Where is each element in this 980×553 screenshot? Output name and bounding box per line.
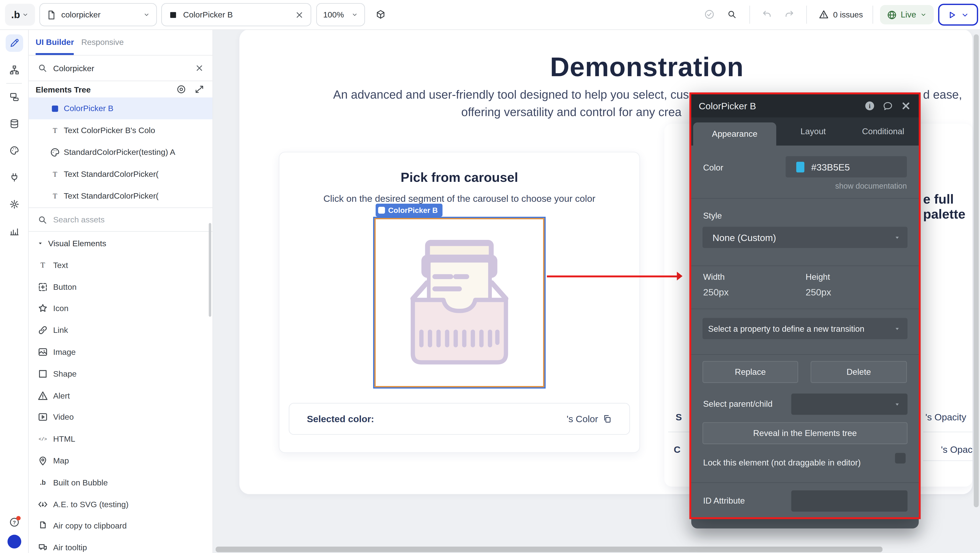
copy-icon[interactable] (603, 414, 612, 424)
palette-element-item[interactable]: Video (28, 406, 213, 428)
archive-illustration (398, 238, 520, 367)
expand-icon[interactable] (194, 84, 204, 94)
tree-item[interactable]: T Text ColorPicker B's Colo (28, 119, 213, 141)
comment-icon[interactable] (883, 101, 893, 111)
rail-item[interactable] (0, 218, 28, 244)
canvas-subtitle-line1[interactable]: An advanced and user-friendly tool desig… (333, 88, 689, 102)
globe-icon (887, 10, 897, 20)
palette-element-item[interactable]: Map (28, 450, 213, 472)
vertical-scrollbar[interactable] (974, 35, 978, 507)
rail-bottom: ? (0, 517, 28, 548)
tab-responsive[interactable]: Responsive (81, 29, 124, 55)
tree-item[interactable]: T Text StandardColorPicker( (28, 185, 213, 207)
issues-warning-icon[interactable] (819, 9, 829, 19)
page-selector[interactable]: colorpicker (40, 3, 157, 26)
palette-element-item[interactable]: Image (28, 341, 213, 363)
bubble-logo-menu[interactable]: .b (5, 4, 35, 25)
carousel-card-subtitle[interactable]: Click on the desired segment of the caro… (280, 193, 640, 203)
tab-layout[interactable]: Layout (785, 118, 841, 146)
issues-count[interactable]: 0 issues (833, 10, 863, 19)
tab-conditional[interactable]: Conditional (849, 118, 917, 146)
palette-element-item[interactable]: Air tooltip (28, 537, 213, 553)
palette-element-item[interactable]: Icon (28, 298, 213, 319)
parent-child-dropdown[interactable] (791, 394, 907, 415)
zoom-selector[interactable]: 100% (316, 3, 365, 26)
color-swatch[interactable] (796, 161, 804, 172)
component-cube-icon[interactable] (375, 9, 386, 19)
show-documentation-link[interactable]: show documentation (835, 182, 907, 191)
palette-element-item[interactable]: .b Built on Bubble (28, 472, 213, 493)
lock-checkbox[interactable] (895, 453, 905, 464)
rail-item[interactable] (0, 29, 28, 56)
rail-item[interactable] (0, 56, 28, 83)
chart-icon (5, 222, 23, 240)
palette-element-item[interactable]: Alert (28, 385, 213, 407)
deploy-check-icon[interactable] (705, 9, 714, 19)
tree-item[interactable]: StandardColorPicker(testing) A (28, 141, 213, 163)
assets-search-placeholder: Search assets (53, 215, 105, 224)
rail-item[interactable] (0, 83, 28, 110)
database-icon (5, 115, 23, 132)
assets-search[interactable]: Search assets (28, 207, 213, 232)
preview-run-button[interactable] (938, 4, 978, 25)
visual-elements-section[interactable]: Visual Elements (28, 232, 213, 254)
delete-button[interactable]: Delete (811, 361, 907, 383)
rail-item[interactable] (0, 164, 28, 191)
rail-item[interactable] (0, 137, 28, 164)
replace-button[interactable]: Replace (703, 361, 798, 383)
tab-appearance[interactable]: Appearance (693, 122, 776, 146)
sitemap-icon (5, 61, 23, 78)
gear-icon (5, 195, 23, 213)
caret-down-icon (37, 240, 44, 246)
palette-element-item[interactable]: Button (28, 276, 213, 298)
color-input[interactable]: #33B5E5 (786, 156, 907, 178)
redo-icon[interactable] (784, 9, 794, 19)
colorpicker-element[interactable] (374, 218, 544, 388)
palette-element-item[interactable]: Shape (28, 363, 213, 385)
star-icon (37, 304, 48, 314)
tree-item[interactable]: T Text StandardColorPicker( (28, 163, 213, 185)
inspector-header[interactable]: ColorPicker B i (691, 94, 919, 118)
section-divider (691, 354, 919, 355)
palette-element-item[interactable]: </> HTML (28, 428, 213, 450)
palette-element-item[interactable]: T Text (28, 254, 213, 276)
selected-color-value: 's Color (567, 413, 598, 424)
tree-item[interactable]: ColorPicker B (28, 97, 213, 119)
palette-element-item[interactable]: Air copy to clipboard (28, 515, 213, 537)
id-attribute-input[interactable] (791, 490, 907, 512)
row-divider (668, 432, 689, 432)
help-icon[interactable]: ? (9, 517, 19, 527)
search-input[interactable]: Colorpicker (53, 64, 185, 73)
svg-text:T: T (53, 126, 57, 134)
visual-elements-title: Visual Elements (48, 238, 106, 248)
palette-element-item[interactable]: A.E. to SVG (testing) (28, 493, 213, 515)
tooltip-icon (37, 542, 48, 553)
element-search[interactable]: Colorpicker (28, 56, 213, 81)
horizontal-scrollbar[interactable] (216, 547, 883, 552)
panel-scrollbar[interactable] (209, 223, 211, 317)
elements-tree-title: Elements Tree (36, 84, 176, 94)
text-t-icon: T (37, 260, 48, 270)
close-icon[interactable] (900, 101, 911, 111)
palette-element-item[interactable]: Link (28, 319, 213, 341)
rail-item[interactable] (0, 110, 28, 137)
tab-ui-builder[interactable]: UI Builder (36, 29, 74, 55)
open-element-tab[interactable]: ColorPicker B (161, 3, 311, 26)
info-icon[interactable]: i (864, 101, 875, 111)
style-dropdown[interactable]: None (Custom) (703, 227, 908, 248)
visibility-icon[interactable] (176, 84, 186, 94)
element-tab-label: ColorPicker B (183, 10, 289, 19)
avatar[interactable] (7, 535, 21, 548)
search-icon[interactable] (727, 9, 737, 19)
undo-icon[interactable] (762, 9, 772, 19)
svg-text:T: T (41, 261, 45, 269)
reveal-button[interactable]: Reveal in the Elements tree (703, 422, 908, 444)
canvas-heading[interactable]: Demonstration (460, 52, 834, 83)
canvas-subtitle-line2[interactable]: offering versatility and control for any… (461, 106, 681, 119)
carousel-card-title[interactable]: Pick from carousel (280, 170, 640, 185)
close-tab-icon[interactable] (294, 10, 304, 20)
clear-search-icon[interactable] (194, 63, 204, 73)
transition-dropdown[interactable]: Select a property to define a new transi… (703, 318, 908, 339)
live-environment-button[interactable]: Live (880, 5, 934, 24)
rail-item[interactable] (0, 191, 28, 217)
